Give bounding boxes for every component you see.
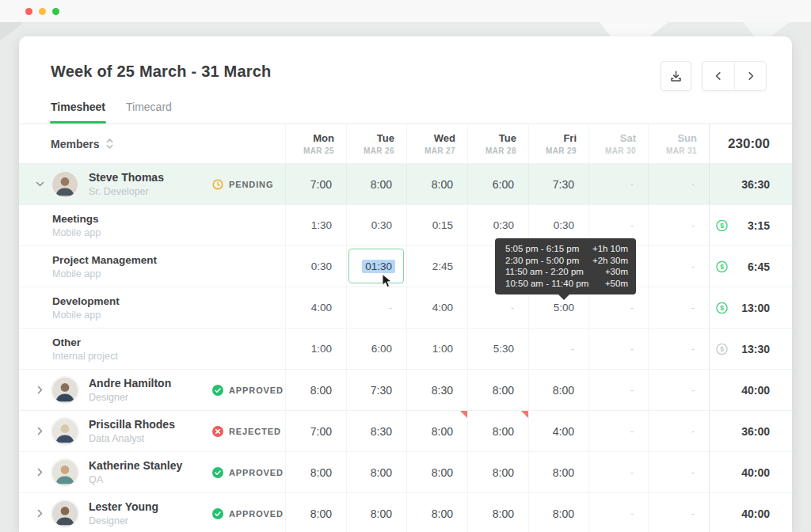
- time-cell[interactable]: 1:00: [285, 329, 346, 369]
- minimize-window-icon[interactable]: [39, 8, 46, 15]
- project-cell: Development Mobile app: [19, 287, 285, 328]
- row-total: 36:00: [709, 411, 792, 451]
- day-column-header-mon: MonMAR 25: [285, 124, 346, 163]
- time-cell[interactable]: -: [648, 246, 709, 287]
- time-cell[interactable]: 8:00: [406, 164, 467, 204]
- sort-icon[interactable]: [106, 139, 113, 149]
- maximize-window-icon[interactable]: [52, 8, 59, 15]
- member-cell[interactable]: Steve Thomas Sr. Developer PENDING: [19, 164, 285, 204]
- tab-timecard[interactable]: Timecard: [126, 101, 172, 124]
- member-cell[interactable]: Katherine Stanley QA APPROVED: [19, 452, 285, 492]
- member-cell[interactable]: Andre Hamilton Designer APPROVED: [19, 370, 285, 410]
- time-cell[interactable]: 8:00: [346, 164, 406, 204]
- tabs: Timesheet Timecard: [51, 101, 172, 124]
- tab-timesheet[interactable]: Timesheet: [51, 101, 105, 124]
- time-cell[interactable]: 0:30: [346, 205, 406, 245]
- time-cell[interactable]: 8:00: [406, 493, 467, 532]
- svg-text:$: $: [720, 222, 724, 230]
- time-cell[interactable]: 4:00: [406, 287, 467, 328]
- time-cell[interactable]: -: [588, 411, 648, 451]
- time-cell[interactable]: 6:00: [467, 164, 528, 204]
- week-nav: [702, 61, 767, 91]
- time-cell[interactable]: -: [648, 452, 709, 492]
- chevron-right-icon[interactable]: [35, 386, 44, 394]
- time-cell[interactable]: 8:00: [285, 493, 346, 532]
- time-cell[interactable]: 8:00: [346, 452, 406, 492]
- time-cell-flagged[interactable]: 8:00: [406, 411, 467, 451]
- time-cell[interactable]: -: [648, 164, 709, 204]
- member-cell[interactable]: Lester Young Designer APPROVED: [19, 493, 285, 532]
- time-cell[interactable]: -: [648, 205, 709, 245]
- rejected-flag-icon: [460, 411, 467, 418]
- time-cell[interactable]: -: [648, 329, 709, 369]
- time-cell[interactable]: 5:30: [467, 329, 528, 369]
- project-cell: Meetings Mobile app: [19, 205, 285, 245]
- time-cell[interactable]: -: [588, 370, 648, 410]
- download-button[interactable]: [661, 61, 691, 91]
- svg-text:$: $: [720, 304, 724, 312]
- time-cell[interactable]: 7:30: [528, 164, 588, 204]
- table-header-row: Members MonMAR 25 TueMAR 26 WedMAR 27 Tu…: [19, 124, 792, 164]
- time-cell[interactable]: -: [588, 493, 648, 532]
- time-cell[interactable]: 8:00: [285, 452, 346, 492]
- project-cell: Other Internal project: [19, 329, 285, 369]
- time-cell[interactable]: 1:30: [285, 205, 346, 245]
- time-cell[interactable]: 7:30: [346, 370, 406, 410]
- time-cell[interactable]: -: [648, 493, 709, 532]
- time-input[interactable]: 01:30: [348, 249, 404, 283]
- time-cell[interactable]: 2:45: [406, 246, 467, 287]
- time-cell[interactable]: 8:00: [528, 493, 588, 532]
- time-cell-flagged[interactable]: 8:00: [467, 411, 528, 451]
- time-cell[interactable]: -: [588, 329, 648, 369]
- member-cell[interactable]: Priscilla Rhodes Data Analyst REJECTED: [19, 411, 285, 451]
- status-badge: APPROVED: [212, 467, 284, 478]
- row-total: $ 6:45: [709, 246, 792, 287]
- time-cell[interactable]: -: [648, 287, 709, 328]
- close-window-icon[interactable]: [25, 8, 32, 15]
- row-andre-hamilton: Andre Hamilton Designer APPROVED 8:00 7:…: [19, 370, 792, 411]
- time-cell[interactable]: 4:00: [528, 411, 588, 451]
- time-cell[interactable]: 8:00: [528, 452, 588, 492]
- time-cell[interactable]: 8:00: [467, 370, 528, 410]
- member-name: Priscilla Rhodes: [89, 418, 175, 431]
- members-column-header[interactable]: Members: [19, 124, 285, 163]
- download-icon: [669, 70, 683, 83]
- time-cell[interactable]: 8:30: [406, 370, 467, 410]
- next-week-button[interactable]: [734, 62, 766, 90]
- time-cell[interactable]: -: [346, 287, 406, 328]
- chevron-down-icon[interactable]: [35, 180, 44, 188]
- row-total: 40:00: [709, 493, 792, 532]
- time-cell[interactable]: 8:00: [528, 370, 588, 410]
- time-cell[interactable]: 8:00: [467, 452, 528, 492]
- time-cell[interactable]: 8:00: [406, 452, 467, 492]
- time-cell[interactable]: 8:00: [346, 493, 406, 532]
- time-cell[interactable]: 8:00: [467, 493, 528, 532]
- time-entries-tooltip: 5:05 pm - 6:15 pm+1h 10m 2:30 pm - 5:00 …: [495, 238, 636, 294]
- task-name: Development: [52, 295, 120, 307]
- tooltip-time-range: 11:50 am - 2:20 pm: [505, 266, 584, 278]
- time-cell[interactable]: -: [528, 329, 588, 369]
- time-cell[interactable]: 0:15: [406, 205, 467, 245]
- time-cell[interactable]: 4:00: [285, 287, 346, 328]
- time-cell[interactable]: 8:30: [346, 411, 406, 451]
- row-katherine-stanley: Katherine Stanley QA APPROVED 8:00 8:00 …: [19, 452, 792, 493]
- day-column-header-sat: SatMAR 30: [588, 124, 648, 163]
- row-project-management: Project Management Mobile app 0:30 01:30…: [19, 246, 792, 287]
- rejected-icon: [212, 426, 223, 437]
- chevron-right-icon[interactable]: [35, 427, 44, 435]
- row-total: 36:30: [709, 164, 792, 204]
- time-cell[interactable]: 0:30: [285, 246, 346, 287]
- chevron-right-icon[interactable]: [35, 509, 44, 518]
- chevron-right-icon[interactable]: [35, 468, 44, 477]
- time-cell[interactable]: -: [588, 452, 648, 492]
- time-cell[interactable]: 6:00: [346, 329, 406, 369]
- time-cell[interactable]: 7:00: [285, 164, 346, 204]
- time-cell[interactable]: 8:00: [285, 370, 346, 410]
- time-cell[interactable]: 7:00: [285, 411, 346, 451]
- prev-week-button[interactable]: [702, 62, 734, 90]
- time-cell[interactable]: -: [648, 370, 709, 410]
- time-cell[interactable]: -: [648, 411, 709, 451]
- time-cell[interactable]: -: [588, 164, 648, 204]
- time-cell[interactable]: 1:00: [406, 329, 467, 369]
- row-steve-thomas: Steve Thomas Sr. Developer PENDING 7:00 …: [19, 164, 792, 205]
